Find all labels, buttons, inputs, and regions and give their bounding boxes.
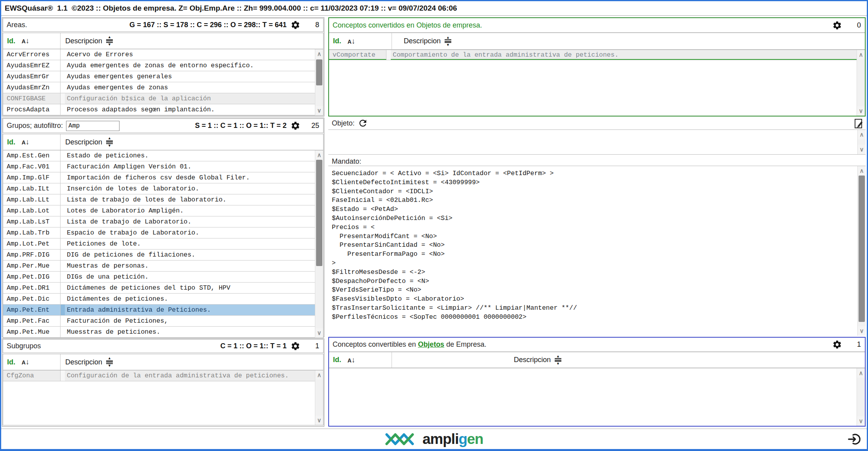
grupos-col-id[interactable]: Id. A↓ (3, 134, 61, 150)
cell-gap (61, 370, 65, 381)
row-description: Configuración b‡sica de la aplicación (65, 93, 315, 104)
scroll-down-icon[interactable]: ∨ (857, 416, 865, 426)
conceptos-convertibles-panel: Conceptos convertibles en Objetos de Emp… (328, 337, 866, 427)
gear-icon[interactable] (832, 20, 842, 30)
scroll-up-icon[interactable]: ∧ (857, 368, 865, 378)
table-row[interactable]: vComportateComportamiento de la entrada … (329, 50, 857, 60)
areas-scrollbar[interactable]: ∧ ∨ (315, 49, 323, 115)
mandato-scrollbar[interactable]: ∧ ∨ (857, 166, 866, 336)
sort-lines-icon: ▲▼ (445, 36, 451, 46)
cell-gap (61, 294, 65, 304)
convertidos-scrollbar[interactable]: ∧ ∨ (857, 50, 865, 116)
table-row[interactable]: Amp.Est.GenEstado de peticiones. (3, 150, 315, 161)
table-row[interactable]: AyudasEmrGrAyudas emergentes generales (3, 71, 315, 82)
scroll-up-icon[interactable]: ∧ (315, 370, 323, 380)
scroll-thumb[interactable] (316, 59, 322, 85)
refresh-icon[interactable] (358, 118, 368, 128)
table-row[interactable]: CfgZonaConfiguración de la entrada admin… (3, 370, 315, 381)
subgrupos-scrollbar[interactable]: ∧ ∨ (315, 370, 323, 425)
cell-gap (61, 161, 65, 172)
table-row[interactable]: Amp.Lab.ILtInserción de lotes de laborat… (3, 183, 315, 194)
convertidos-col-desc[interactable]: Descripcion ▲▼ (392, 36, 451, 46)
scroll-up-icon[interactable]: ∧ (858, 130, 866, 139)
scroll-down-icon[interactable]: ∨ (857, 106, 865, 116)
objeto-scrollbar[interactable]: ∧ ∨ (857, 130, 866, 154)
table-row[interactable]: Amp.Pet.FacFacturación de Peticiones, (3, 316, 315, 327)
table-row[interactable]: Amp.Lab.LLtLista de trabajo de lotes de … (3, 194, 315, 205)
row-id: Amp.Imp.GlF (3, 172, 61, 183)
scroll-thumb[interactable] (859, 176, 865, 322)
table-row[interactable]: ProcsAdaptaProcesos adaptados segœn impl… (3, 104, 315, 115)
scroll-thumb[interactable] (316, 160, 322, 266)
table-row[interactable]: Amp.Pet.DIGDIGs de una petición. (3, 272, 315, 283)
cell-gap (61, 172, 65, 183)
table-row[interactable]: Amp.Lab.TrbEspacio de trabajo de Laborat… (3, 227, 315, 238)
grupos-filter-input[interactable] (66, 121, 120, 131)
convertibles-scrollbar[interactable]: ∧ ∨ (857, 368, 865, 426)
table-row[interactable]: AcrvErroresAcervo de Errores (3, 49, 315, 60)
row-description: Ayudas emergentes de zonas (65, 82, 315, 93)
areas-panel: Areas. G = 167 :: S = 178 :: C = 296 :: … (2, 17, 324, 116)
row-description: Acervo de Errores (65, 49, 315, 60)
table-row[interactable]: Amp.Imp.GlFImportación de ficheros csv d… (3, 172, 315, 183)
areas-col-desc[interactable]: Descripcion ▲▼ (61, 36, 113, 46)
right-column: Conceptos convertidos en Objetos de empr… (328, 17, 866, 427)
table-row[interactable]: AyudasEmrEZAyuda emergentes de zonas de … (3, 60, 315, 71)
mandato-text[interactable]: Secuenciador = < Activo = <Si> IdContado… (328, 166, 857, 336)
areas-stats: G = 167 :: S = 178 :: C = 296 :: O = 298… (129, 21, 287, 29)
row-id: Amp.Est.Gen (3, 150, 61, 161)
conceptos-convertidos-panel: Conceptos convertidos en Objetos de empr… (328, 17, 866, 116)
table-row[interactable]: AyudasEmrZnAyudas emergentes de zonas (3, 82, 315, 93)
areas-col-id[interactable]: Id. A↓ (3, 33, 61, 49)
dna-helix-icon (385, 431, 419, 447)
table-row[interactable]: Amp.Lab.LsTLista de trabajo de Laborator… (3, 216, 315, 227)
table-row[interactable]: Amp.Pet.MueMuesstras de peticiones. (3, 327, 315, 338)
gear-icon[interactable] (291, 341, 300, 351)
scroll-down-icon[interactable]: ∨ (858, 326, 866, 336)
row-description: Facturación Ampligen Versión 01. (65, 161, 315, 172)
scroll-down-icon[interactable]: ∨ (315, 106, 323, 115)
gear-icon[interactable] (291, 20, 300, 30)
scroll-down-icon[interactable]: ∨ (858, 145, 866, 154)
grupos-col-desc[interactable]: Descripcion ▲▼ (61, 137, 113, 147)
table-row[interactable]: Amp.PRF.DIGDIG de peticiones de filiacio… (3, 250, 315, 261)
subgrupos-col-id[interactable]: Id. A↓ (3, 354, 61, 370)
cell-gap (61, 250, 65, 260)
table-row[interactable]: Amp.Pet.DR1Dictámenes de peticiones del … (3, 283, 315, 294)
gear-icon[interactable] (832, 340, 842, 349)
convertibles-col-id[interactable]: Id. A↓ (329, 352, 392, 368)
table-row[interactable]: Amp.Pet.DicDictámentes de peticiones. (3, 294, 315, 305)
sort-lines-icon: ▲▼ (106, 137, 113, 147)
ampligen-logo: ampligen (385, 431, 483, 447)
objeto-label: Objeto: (332, 119, 355, 128)
table-row[interactable]: Amp.Per.MueMuestras de personas. (3, 261, 315, 272)
scroll-up-icon[interactable]: ∧ (315, 150, 323, 160)
scroll-down-icon[interactable]: ∨ (315, 416, 323, 425)
grupos-table: Amp.Est.GenEstado de peticiones.Amp.Fac.… (3, 150, 315, 338)
table-row[interactable]: CONFIGBASEConfiguración b‡sica de la apl… (3, 93, 315, 104)
exit-icon[interactable] (847, 432, 861, 446)
grupos-scrollbar[interactable]: ∧ ∨ (315, 150, 323, 338)
table-row[interactable]: Amp.Lab.LotLotes de Laboratorio Ampligén… (3, 205, 315, 216)
objetos-link[interactable]: Objetos (418, 340, 444, 348)
subgrupos-count: 1 (300, 342, 321, 350)
edit-pencil-icon[interactable] (854, 118, 864, 129)
subgrupos-col-desc[interactable]: Descripcion ▲▼ (61, 357, 113, 367)
scroll-up-icon[interactable]: ∧ (315, 49, 323, 59)
convertibles-col-desc[interactable]: Descripcion ▲▼ (392, 355, 561, 365)
areas-count: 8 (300, 21, 321, 29)
gear-icon[interactable] (291, 121, 300, 131)
mandato-box: Secuenciador = < Activo = <Si> IdContado… (328, 166, 866, 336)
cell-gap (61, 71, 65, 82)
row-description: Lista de trabajo de lotes de laboratorio… (65, 194, 315, 205)
objeto-value-box[interactable]: ∧ ∨ (328, 129, 866, 155)
convertidos-col-id[interactable]: Id. A↓ (329, 33, 392, 49)
scroll-up-icon[interactable]: ∧ (858, 166, 866, 176)
table-row[interactable]: Amp.Fac.V01Facturación Ampligen Versión … (3, 161, 315, 172)
sort-az-icon: A↓ (348, 356, 355, 364)
scroll-up-icon[interactable]: ∧ (857, 50, 865, 59)
scroll-down-icon[interactable]: ∨ (315, 328, 323, 338)
sort-az-icon: A↓ (22, 358, 29, 366)
table-row[interactable]: Amp.Pet.EntEntrada administrativa de Pet… (3, 305, 315, 316)
table-row[interactable]: Amp.Lot.PetPeticiones de lote. (3, 238, 315, 250)
